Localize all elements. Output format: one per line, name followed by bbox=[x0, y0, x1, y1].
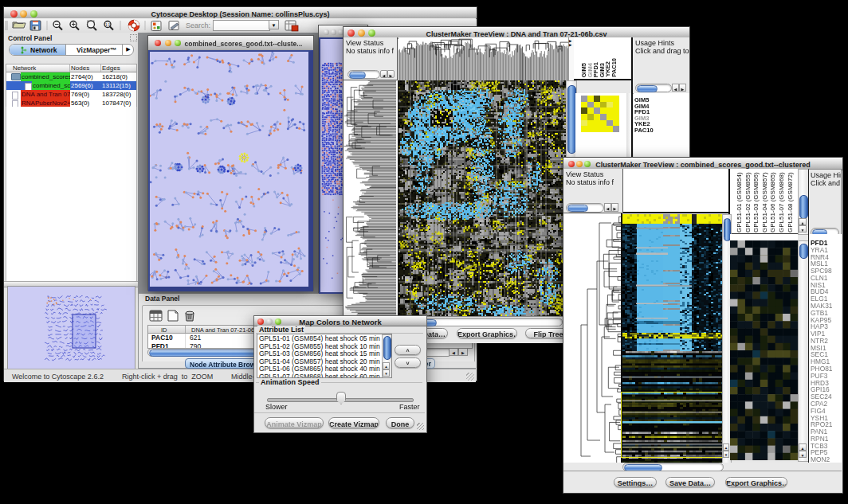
svg-text:1:1: 1:1 bbox=[105, 23, 111, 27]
